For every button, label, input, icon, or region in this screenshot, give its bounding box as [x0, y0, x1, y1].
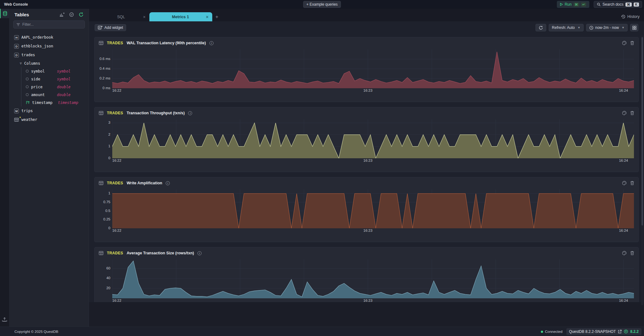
table-item-trades[interactable]: Dtrades: [9, 51, 89, 59]
add-widget-label: Add widget: [104, 25, 123, 30]
refresh-tables-icon[interactable]: [79, 12, 84, 17]
add-widget-button[interactable]: Add widget: [95, 24, 126, 31]
x-tick-label: 16:23: [364, 89, 373, 92]
example-queries-button[interactable]: + Example queries: [303, 1, 341, 8]
palette-icon[interactable]: [622, 111, 627, 115]
import-button[interactable]: [2, 317, 7, 322]
y-tick-label: 0.6 ms: [99, 57, 110, 61]
y-tick-label: 0: [108, 226, 110, 230]
y-tick-label: 20: [106, 286, 110, 290]
column-item-symbol[interactable]: symbolsymbol: [21, 67, 89, 75]
trash-icon[interactable]: [630, 111, 634, 115]
widget-table-name: TRADES: [107, 181, 123, 185]
filter-input[interactable]: Filter...: [13, 20, 85, 29]
chevron-open-icon: ▽: [20, 62, 22, 65]
x-axis-labels: 16:2216:2316:24: [112, 89, 634, 94]
search-docs-button[interactable]: Search docs ⌘ K: [594, 1, 642, 8]
scrollbar-thumb[interactable]: [641, 37, 643, 225]
area-chart: [112, 49, 634, 88]
widget-table-name: TRADES: [107, 41, 123, 45]
palette-icon[interactable]: [622, 41, 627, 45]
columns-toggle[interactable]: ▽Columns: [9, 59, 89, 67]
table-item-ethblocks_json[interactable]: Dethblocks_json: [9, 42, 89, 51]
chart-plot[interactable]: [112, 259, 634, 298]
connected-dot-icon: [541, 331, 543, 333]
info-icon[interactable]: i: [166, 181, 170, 185]
chevron-down-icon: ▼: [622, 26, 625, 29]
app-title: Web Console: [4, 2, 28, 7]
cmd-key-badge: ⌘: [625, 3, 632, 7]
column-name: amount: [31, 93, 54, 97]
tab-sql[interactable]: SQL ×: [93, 12, 149, 21]
run-label: Run: [565, 2, 572, 7]
external-link-icon: [618, 330, 622, 333]
column-type: double: [57, 85, 70, 89]
y-tick-label: 2: [108, 133, 110, 136]
version-pill[interactable]: QuestDB 8.2.2-SNAPSHOT 8.2.2: [566, 328, 641, 335]
refresh-dashboard-button[interactable]: [536, 24, 546, 31]
y-tick-label: 0.5: [105, 209, 110, 213]
trash-icon[interactable]: [630, 181, 634, 185]
trash-icon[interactable]: [630, 251, 634, 255]
info-icon[interactable]: i: [188, 111, 192, 115]
x-tick-label: 16:23: [364, 229, 373, 232]
table-icon: [99, 181, 103, 185]
x-axis-labels: 16:2216:2316:24: [112, 229, 634, 234]
column-item-price[interactable]: pricedouble: [21, 83, 89, 91]
add-tab-button[interactable]: +: [215, 14, 218, 20]
time-range-dropdown[interactable]: now-2m - now ▼: [586, 24, 628, 31]
run-button[interactable]: Run ⌘ ↵: [557, 1, 589, 8]
close-icon[interactable]: ×: [206, 14, 208, 19]
column-type: symbol: [57, 69, 70, 73]
column-name: timestamp: [32, 100, 55, 105]
column-item-side[interactable]: sidesymbol: [21, 75, 89, 83]
chart-plot[interactable]: [112, 119, 634, 158]
x-tick-label: 16:22: [112, 229, 121, 232]
metrics-dashboard: TRADES WAL Transaction Latency (90th per…: [89, 34, 644, 302]
column-item-amount[interactable]: amountdouble: [21, 91, 89, 99]
materialized-table-icon: ★: [14, 117, 19, 122]
left-rail: [0, 9, 9, 327]
x-tick-label: 16:23: [364, 159, 373, 162]
add-metrics-icon[interactable]: [59, 12, 64, 17]
table-item-weather[interactable]: ★weather: [9, 115, 89, 124]
column-type: timestamp: [58, 100, 78, 105]
trash-icon[interactable]: [630, 41, 634, 45]
history-button[interactable]: History: [621, 14, 640, 19]
table-item-trips[interactable]: Mtrips: [9, 106, 89, 115]
chart-plot[interactable]: [112, 49, 634, 88]
tab-metrics-1[interactable]: Metrics 1 ×: [149, 12, 212, 21]
refresh-mode-dropdown[interactable]: Refresh: Auto ▼: [549, 24, 584, 31]
column-name: symbol: [31, 69, 54, 73]
table-icon: [99, 251, 103, 255]
y-tick-label: 3: [108, 121, 110, 124]
column-icon: [26, 93, 29, 96]
columns-label: Columns: [24, 61, 40, 66]
chart-plot[interactable]: [112, 189, 634, 228]
palette-icon[interactable]: [622, 251, 627, 255]
table-item-AAPL_orderbook[interactable]: HAAPL_orderbook: [9, 33, 89, 42]
metric-widget-3: TRADES Write Amplification i 00.250.50.7…: [94, 177, 639, 242]
search-icon: [597, 3, 601, 6]
info-icon[interactable]: i: [197, 251, 202, 255]
tables-sidebar: Tables Filter... HAAPL_orderbookDethbloc…: [9, 9, 89, 327]
info-icon[interactable]: i: [209, 41, 214, 45]
check-circle-icon[interactable]: [69, 12, 74, 17]
tables-rail-button[interactable]: [0, 9, 9, 18]
column-item-timestamp[interactable]: timestamptimestamp: [21, 99, 89, 106]
table-name: trades: [21, 53, 35, 57]
status-bar: Copyright © 2025 QuestDB Connected Quest…: [0, 327, 644, 336]
layout-grid-button[interactable]: [630, 24, 638, 31]
column-name: price: [31, 85, 54, 89]
x-tick-label: 16:24: [619, 89, 628, 92]
filter-icon: [16, 23, 20, 26]
table-type-badge: D: [14, 53, 19, 57]
vertical-scrollbar[interactable]: [641, 35, 643, 305]
refresh-mode-label: Refresh: Auto: [552, 25, 575, 30]
area-chart: [112, 259, 634, 298]
search-docs-label: Search docs: [602, 2, 624, 7]
palette-icon[interactable]: [622, 181, 627, 185]
x-tick-label: 16:22: [112, 159, 121, 162]
y-tick-label: 1: [108, 191, 110, 195]
close-icon[interactable]: ×: [143, 14, 146, 19]
